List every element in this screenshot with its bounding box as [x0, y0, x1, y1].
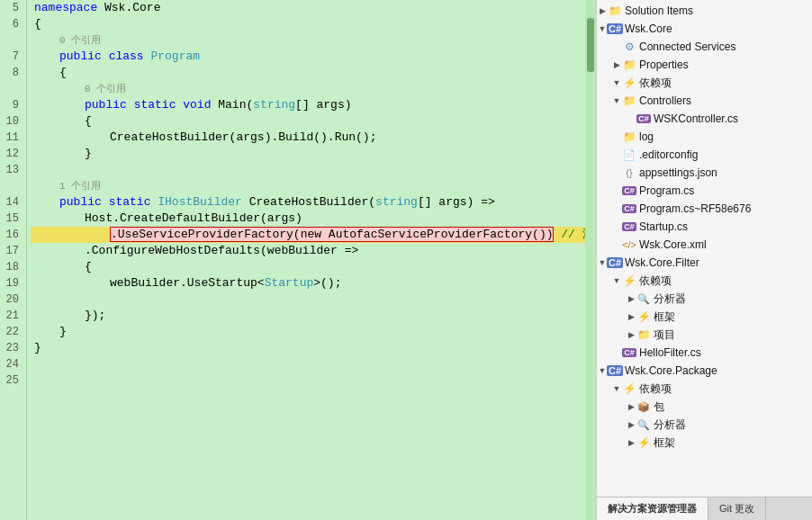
expand-icon[interactable]: [626, 311, 636, 322]
expand-icon[interactable]: [611, 131, 622, 142]
code-text: Wsk.Core: [97, 1, 160, 14]
item-label: .editorconfig: [639, 148, 698, 161]
item-label: 分析器: [654, 417, 686, 433]
expand-icon[interactable]: [626, 401, 636, 412]
item-icon-cs: C#: [622, 220, 636, 234]
tree-item-log[interactable]: 📁log: [597, 128, 812, 146]
tree-item-deps[interactable]: ⚡依赖项: [597, 74, 812, 92]
comment: // 添加Autofac: [554, 228, 585, 241]
expand-icon[interactable]: [611, 167, 622, 178]
line-number: 19: [4, 275, 19, 291]
item-label: appsettings.json: [639, 166, 717, 179]
tree-item-appsettings[interactable]: {}appsettings.json: [597, 164, 812, 182]
tree-item-analyzers-package[interactable]: 🔍分析器: [597, 416, 812, 434]
item-label: Program.cs: [639, 184, 694, 197]
expand-icon[interactable]: [611, 185, 622, 196]
code-content[interactable]: namespace Wsk.Core{0 个引用public class Pro…: [27, 0, 585, 520]
expand-icon[interactable]: [611, 347, 622, 358]
item-icon-xml: </>: [622, 238, 636, 252]
item-label: 依赖项: [639, 273, 672, 289]
tree-item-program-cs[interactable]: C#Program.cs: [597, 182, 812, 200]
code-text: CreateHostBuilder(: [242, 195, 375, 209]
tree-item-controllers[interactable]: 📁Controllers: [597, 92, 812, 110]
tree-item-wsk-controller[interactable]: C#WSKController.cs: [597, 110, 812, 128]
code-line: [31, 372, 585, 389]
bottom-tab-solution-explorer[interactable]: 解决方案资源管理器: [597, 498, 708, 520]
tree-item-program-cs-rf[interactable]: C#Program.cs~RF58e676: [597, 200, 812, 218]
ref-count: 1 个引用: [59, 181, 101, 192]
tree-item-wsk-core-xml[interactable]: </>Wsk.Core.xml: [597, 236, 812, 254]
line-number: 22: [4, 324, 19, 340]
tree-item-frameworks-filter[interactable]: ⚡框架: [597, 308, 812, 326]
line-number: 24: [4, 356, 19, 372]
bottom-tab-git-changes[interactable]: Git 更改: [708, 498, 766, 520]
item-icon-deps: ⚡: [636, 435, 651, 450]
expand-icon[interactable]: [626, 329, 636, 340]
scroll-thumb[interactable]: [587, 18, 594, 72]
expand-icon[interactable]: [611, 203, 622, 214]
expand-icon[interactable]: [597, 5, 608, 16]
code-text: {: [85, 114, 92, 128]
code-text: [102, 195, 109, 209]
code-line: .UseServiceProviderFactory(new AutofacSe…: [31, 227, 585, 243]
line-number: 17: [4, 243, 19, 259]
tree-container[interactable]: 📁Solution ItemsC#Wsk.Core⚙Connected Serv…: [597, 0, 812, 497]
tree-item-solution-items[interactable]: 📁Solution Items: [597, 2, 812, 20]
tree-item-wsk-core[interactable]: C#Wsk.Core: [597, 20, 812, 38]
item-label: HelloFilter.cs: [639, 346, 701, 359]
tree-item-pkg[interactable]: 📦包: [597, 398, 812, 416]
tree-item-projects-filter[interactable]: 📁项目: [597, 326, 812, 344]
tree-item-deps-package[interactable]: ⚡依赖项: [597, 380, 812, 398]
tree-item-frameworks-package[interactable]: ⚡框架: [597, 434, 812, 452]
item-icon-folder: 📁: [636, 327, 651, 342]
line-number: 7: [4, 49, 19, 65]
expand-icon[interactable]: [611, 383, 622, 394]
editor-scrollbar[interactable]: [585, 0, 596, 520]
code-text: Host.CreateDefaultBuilder(args): [85, 211, 302, 225]
type-name: string: [375, 195, 418, 209]
tree-item-hellofilter[interactable]: C#HelloFilter.cs: [597, 344, 812, 362]
keyword: public: [85, 98, 127, 112]
item-icon-deps: ⚡: [622, 381, 636, 396]
expand-icon[interactable]: [626, 113, 636, 124]
tree-item-wsk-core-filter[interactable]: C#Wsk.Core.Filter: [597, 254, 812, 272]
code-line: {: [31, 16, 585, 32]
code-line: [31, 291, 585, 308]
code-line: Host.CreateDefaultBuilder(args): [31, 211, 585, 227]
keyword: class: [109, 49, 144, 63]
expand-icon[interactable]: [626, 437, 636, 448]
expand-icon[interactable]: [611, 41, 622, 52]
expand-icon[interactable]: [611, 95, 622, 106]
code-text: webBuilder.UseStartup<: [110, 276, 265, 290]
item-icon-cs: C#: [636, 112, 651, 126]
expand-icon[interactable]: [611, 59, 622, 70]
expand-icon[interactable]: [626, 419, 636, 430]
code-text: }: [34, 341, 41, 354]
expand-icon[interactable]: [611, 149, 622, 160]
tree-item-analyzers-filter[interactable]: 🔍分析器: [597, 290, 812, 308]
line-number: 18: [4, 259, 19, 275]
code-line: {: [31, 259, 585, 275]
tree-item-wsk-core-package[interactable]: C#Wsk.Core.Package: [597, 362, 812, 380]
tree-item-editorconfig[interactable]: 📄.editorconfig: [597, 146, 812, 164]
code-line: CreateHostBuilder(args).Build().Run();: [31, 130, 585, 146]
tree-item-deps-filter[interactable]: ⚡依赖项: [597, 272, 812, 290]
keyword: public: [59, 49, 102, 63]
item-label: Wsk.Core.Filter: [625, 256, 699, 269]
expand-icon[interactable]: [611, 275, 622, 286]
expand-icon[interactable]: [626, 293, 636, 304]
tree-item-connected-services[interactable]: ⚙Connected Services: [597, 38, 812, 56]
tree-item-properties[interactable]: 📁Properties: [597, 56, 812, 74]
expand-icon[interactable]: [611, 77, 622, 88]
tree-item-startup-cs[interactable]: C#Startup.cs: [597, 218, 812, 236]
item-icon-json: {}: [622, 166, 636, 180]
code-line: namespace Wsk.Core: [31, 0, 585, 16]
expand-icon[interactable]: [611, 221, 622, 232]
type-name: Program: [150, 49, 200, 63]
item-label: Wsk.Core.Package: [625, 364, 717, 377]
line-number: 5: [4, 0, 19, 16]
keyword: namespace: [34, 1, 97, 14]
expand-icon[interactable]: [611, 239, 622, 250]
code-text: [] args) =>: [418, 195, 495, 209]
item-label: Connected Services: [639, 40, 735, 53]
